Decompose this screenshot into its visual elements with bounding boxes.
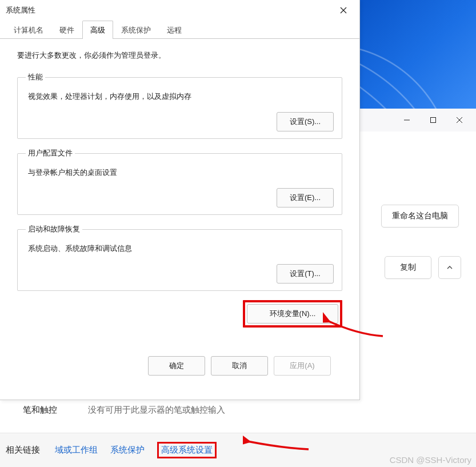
settings-body-fragment: 重命名这台电脑 复制 xyxy=(360,131,476,422)
close-button-settings[interactable] xyxy=(446,110,473,130)
tab-remote[interactable]: 远程 xyxy=(159,21,190,39)
tab-system-protection[interactable]: 系统保护 xyxy=(113,21,159,39)
environment-variables-button[interactable]: 环境变量(N)... xyxy=(247,304,338,324)
adv-settings-highlight: 高级系统设置 xyxy=(157,442,217,458)
csdn-watermark: CSDN @SSH-Victory xyxy=(390,455,471,465)
desktop-wallpaper xyxy=(360,0,476,114)
rename-pc-button[interactable]: 重命名这台电脑 xyxy=(381,205,459,227)
tab-hardware[interactable]: 硬件 xyxy=(51,21,82,39)
related-links-head: 相关链接 xyxy=(6,445,40,456)
dialog-titlebar: 系统属性 xyxy=(0,0,359,21)
pen-touch-label: 笔和触控 xyxy=(23,405,57,416)
dialog-title: 系统属性 xyxy=(6,5,333,15)
cancel-button[interactable]: 取消 xyxy=(211,356,268,376)
pen-touch-value: 没有可用于此显示器的笔或触控输入 xyxy=(88,405,225,416)
tab-advanced[interactable]: 高级 xyxy=(82,21,113,39)
user-profile-group: 用户配置文件 与登录帐户相关的桌面设置 设置(E)... xyxy=(17,148,342,215)
minimize-button[interactable] xyxy=(394,110,420,130)
env-var-highlight: 环境变量(N)... xyxy=(243,300,342,328)
startup-recovery-legend: 启动和故障恢复 xyxy=(26,224,82,234)
performance-desc: 视觉效果，处理器计划，内存使用，以及虚拟内存 xyxy=(28,91,334,102)
dialog-footer: 确定 取消 应用(A) xyxy=(17,350,342,376)
admin-notice: 要进行大多数更改，你必须作为管理员登录。 xyxy=(17,50,342,61)
apply-button[interactable]: 应用(A) xyxy=(274,356,331,376)
maximize-button[interactable] xyxy=(420,110,446,130)
user-profile-desc: 与登录帐户相关的桌面设置 xyxy=(28,167,334,178)
dialog-tabs: 计算机名 硬件 高级 系统保护 远程 xyxy=(0,21,359,39)
link-advanced-system-settings[interactable]: 高级系统设置 xyxy=(161,445,213,454)
user-profile-legend: 用户配置文件 xyxy=(26,148,75,158)
ok-button[interactable]: 确定 xyxy=(148,356,205,376)
link-system-protection[interactable]: 系统保护 xyxy=(110,445,145,456)
dialog-close-button[interactable] xyxy=(333,2,354,18)
startup-recovery-desc: 系统启动、系统故障和调试信息 xyxy=(28,244,334,254)
tab-computer-name[interactable]: 计算机名 xyxy=(6,21,51,39)
user-profile-settings-button[interactable]: 设置(E)... xyxy=(277,188,334,207)
startup-recovery-settings-button[interactable]: 设置(T)... xyxy=(277,264,334,284)
expand-button[interactable] xyxy=(438,256,461,279)
settings-titlebar-fragment xyxy=(360,109,476,131)
link-domain-workgroup[interactable]: 域或工作组 xyxy=(55,445,98,456)
performance-legend: 性能 xyxy=(26,72,45,82)
dialog-content: 要进行大多数更改，你必须作为管理员登录。 性能 视觉效果，处理器计划，内存使用，… xyxy=(0,39,359,386)
performance-group: 性能 视觉效果，处理器计划，内存使用，以及虚拟内存 设置(S)... xyxy=(17,72,342,139)
svg-rect-1 xyxy=(431,118,436,123)
startup-recovery-group: 启动和故障恢复 系统启动、系统故障和调试信息 设置(T)... xyxy=(17,224,342,291)
performance-settings-button[interactable]: 设置(S)... xyxy=(277,112,334,131)
system-properties-dialog: 系统属性 计算机名 硬件 高级 系统保护 远程 要进行大多数更改，你必须作为管理… xyxy=(0,0,360,400)
copy-button[interactable]: 复制 xyxy=(385,256,431,279)
